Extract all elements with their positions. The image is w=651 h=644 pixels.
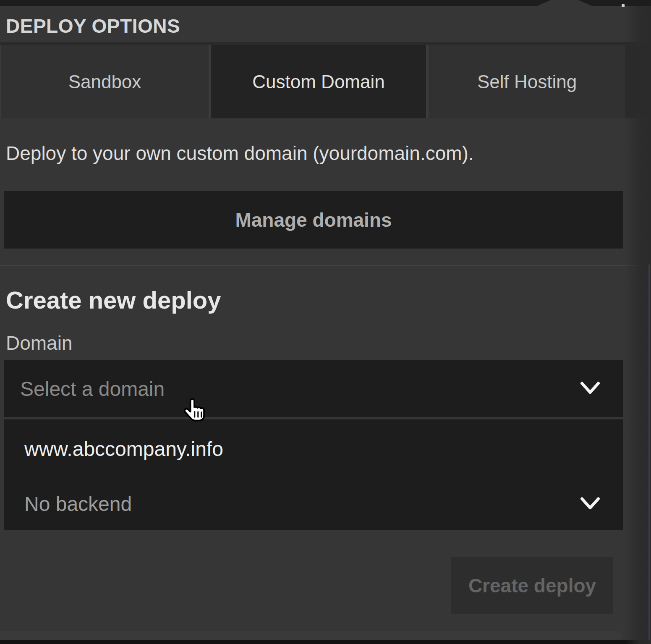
tab-self-hosting-label: Self Hosting — [477, 71, 577, 92]
section-divider — [0, 265, 641, 266]
domain-select[interactable]: Select a domain — [4, 360, 623, 417]
tab-sandbox[interactable]: Sandbox — [1, 45, 209, 118]
top-backdrop-bar — [0, 0, 651, 6]
top-right-dot — [622, 4, 625, 7]
custom-domain-description: Deploy to your own custom domain (yourdo… — [6, 142, 623, 165]
panel-title: DEPLOY OPTIONS — [6, 14, 180, 38]
tab-self-hosting[interactable]: Self Hosting — [429, 45, 625, 118]
create-new-deploy-heading: Create new deploy — [6, 286, 221, 314]
chevron-down-icon — [579, 380, 601, 397]
chevron-down-icon — [579, 496, 601, 513]
backend-select[interactable]: No backend — [4, 478, 623, 530]
create-deploy-button[interactable]: Create deploy — [451, 557, 613, 614]
manage-domains-button[interactable]: Manage domains — [4, 191, 623, 249]
domain-field-label: Domain — [6, 332, 73, 353]
tab-custom-domain[interactable]: Custom Domain — [211, 45, 426, 118]
popover-arrow-notch-icon — [537, 0, 592, 6]
backend-select-value: No backend — [24, 492, 132, 516]
domain-select-placeholder: Select a domain — [20, 377, 165, 401]
bottom-backdrop-bar — [0, 640, 651, 644]
create-deploy-label: Create deploy — [468, 574, 596, 597]
manage-domains-label: Manage domains — [235, 209, 392, 231]
footer-edge-bar — [0, 631, 622, 640]
deploy-tabs: Sandbox Custom Domain Self Hosting — [0, 42, 651, 118]
domain-option[interactable]: www.abccompany.info — [4, 419, 623, 478]
deploy-options-popover: DEPLOY OPTIONS Sandbox Custom Domain Sel… — [0, 0, 651, 644]
domain-dropdown-menu: www.abccompany.info No backend — [4, 419, 623, 530]
page-edge-purple-line — [648, 264, 650, 640]
domain-option-label: www.abccompany.info — [24, 437, 223, 461]
tab-strip: Sandbox Custom Domain Self Hosting — [0, 45, 625, 118]
tab-custom-domain-label: Custom Domain — [252, 71, 384, 92]
tab-sandbox-label: Sandbox — [68, 71, 141, 92]
